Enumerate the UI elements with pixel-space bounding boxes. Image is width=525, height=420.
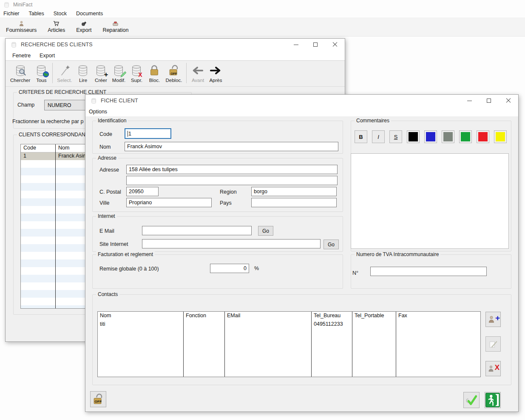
lock-icon: [148, 64, 161, 77]
menu-stock[interactable]: Stock: [54, 11, 67, 17]
bloc-button[interactable]: Bloc.: [145, 63, 163, 84]
toolbar-separator: [186, 63, 187, 83]
minimize-button[interactable]: [286, 39, 306, 51]
delete-contact-button[interactable]: X: [485, 361, 501, 376]
creer-button[interactable]: + Créer: [92, 63, 110, 84]
articles-button[interactable]: Articles: [45, 20, 68, 34]
menu-options[interactable]: Options: [89, 109, 107, 115]
app-db-icon: [3, 2, 10, 8]
champ-label: Champ: [17, 102, 34, 108]
add-contact-button[interactable]: +: [485, 312, 501, 327]
color-gray-button[interactable]: [442, 130, 454, 143]
adresse-group-title: Adresse: [96, 155, 118, 161]
maximize-button[interactable]: [306, 39, 325, 51]
email-go-button[interactable]: Go: [258, 226, 273, 236]
suppliers-person-icon: [18, 20, 25, 27]
tous-button[interactable]: Tous: [32, 63, 50, 84]
fiche-window-title: FICHE CLIENT: [101, 98, 138, 104]
recherche-titlebar[interactable]: RECHERCHE DES CLIENTS: [6, 39, 345, 51]
facturation-group-title: Facturation et reglement: [96, 251, 155, 257]
contact-row-fonction[interactable]: [184, 320, 225, 328]
commentaires-textarea[interactable]: [351, 153, 509, 249]
blue-swatch: [426, 132, 435, 141]
contacts-col-fax[interactable]: Fax: [396, 312, 480, 320]
edit-contact-button: [485, 336, 501, 352]
column-divider[interactable]: [55, 144, 56, 308]
code-postal-input[interactable]: 20950: [126, 187, 159, 196]
color-blue-button[interactable]: [424, 130, 437, 143]
results-group-title: CLIENTS CORRESPONDANT: [17, 132, 90, 138]
db-search-icon: [14, 64, 27, 77]
contacts-col-tel-portable[interactable]: Tel_Portable: [352, 312, 396, 320]
gray-swatch: [443, 132, 453, 141]
nom-input[interactable]: Franck Asimov: [125, 142, 338, 151]
site-internet-input[interactable]: [142, 239, 321, 248]
adresse-input[interactable]: 158 Allée des tulipes: [126, 165, 338, 174]
contacts-col-nom[interactable]: Nom: [98, 312, 184, 320]
contact-row-nom[interactable]: titi: [98, 320, 184, 328]
desktop: MiniFact Fichier Tables Stock Documents …: [0, 0, 525, 420]
supr-button[interactable]: X Supr.: [128, 63, 145, 84]
modif-button[interactable]: Modif.: [110, 63, 128, 84]
tva-group-title: Numero de TVA Intracommunautaire: [355, 251, 440, 257]
code-input[interactable]: 1: [125, 128, 171, 139]
contacts-col-tel-bureau[interactable]: Tel_Bureau: [312, 312, 352, 320]
maximize-button[interactable]: [479, 95, 499, 107]
contact-row-tel-bureau[interactable]: 0495112233: [312, 320, 352, 328]
contacts-col-email[interactable]: EMail: [225, 312, 312, 320]
export-icon: [81, 20, 87, 27]
lock-open-off-icon: OFF: [91, 392, 105, 406]
recherche-window-title: RECHERCHE DES CLIENTS: [21, 42, 93, 48]
contact-row-tel-portable[interactable]: [352, 320, 396, 328]
unlock-button[interactable]: OFF: [90, 391, 106, 407]
tva-input[interactable]: [370, 267, 487, 276]
color-yellow-button[interactable]: [494, 130, 507, 143]
menu-documents[interactable]: Documents: [76, 11, 103, 17]
remise-input[interactable]: 0: [210, 264, 249, 273]
client-code-cell: 1: [23, 153, 26, 159]
arrow-left-icon: [191, 64, 204, 77]
contacts-table[interactable]: Nom Fonction EMail Tel_Bureau Tel_Portab…: [97, 311, 481, 377]
close-button[interactable]: [325, 39, 345, 51]
fournisseurs-button[interactable]: Fournisseurs: [3, 20, 39, 34]
adresse-line2-input[interactable]: [126, 176, 338, 185]
fractionner-label: Fractionner la recherche par p: [12, 118, 83, 124]
column-header-code[interactable]: Code: [23, 145, 36, 151]
edit-page-icon: [487, 338, 499, 350]
menu-export-window[interactable]: Export: [40, 53, 55, 59]
column-header-nom[interactable]: Nom: [58, 145, 69, 151]
italic-button[interactable]: I: [372, 130, 385, 143]
validate-button[interactable]: [463, 392, 480, 408]
contact-row-fax[interactable]: [396, 320, 480, 328]
menu-fenetre[interactable]: Fenetre: [12, 53, 31, 59]
apres-button[interactable]: Après: [207, 63, 224, 84]
bold-button[interactable]: B: [355, 130, 367, 143]
color-green-button[interactable]: [459, 130, 472, 143]
region-input[interactable]: borgo: [251, 187, 337, 196]
pays-input[interactable]: [251, 198, 337, 207]
contact-row-email[interactable]: [225, 320, 312, 328]
app-menubar: Fichier Tables Stock Documents: [0, 9, 525, 18]
black-swatch: [409, 132, 418, 141]
close-button[interactable]: [499, 95, 518, 107]
underline-button[interactable]: S: [389, 130, 402, 143]
site-go-button[interactable]: Go: [324, 240, 339, 249]
yellow-swatch: [496, 132, 505, 141]
exit-button[interactable]: [485, 392, 501, 408]
color-red-button[interactable]: [477, 130, 489, 143]
color-black-button[interactable]: [407, 130, 420, 143]
menu-tables[interactable]: Tables: [29, 11, 44, 17]
email-input[interactable]: [142, 226, 252, 235]
contacts-col-fonction[interactable]: Fonction: [184, 312, 225, 320]
minimize-button[interactable]: [460, 95, 479, 107]
export-button[interactable]: Export: [74, 20, 94, 34]
debloc-button[interactable]: OFF Debloc.: [163, 63, 184, 84]
code-postal-label: C. Postal: [99, 189, 121, 195]
ville-input[interactable]: Propriano: [126, 198, 212, 207]
lire-button[interactable]: Lire: [74, 63, 92, 84]
menu-fichier[interactable]: Fichier: [3, 11, 20, 17]
reparation-button[interactable]: Reparation: [100, 20, 131, 34]
minimize-icon: [467, 101, 472, 101]
chercher-button[interactable]: Chercher: [8, 63, 32, 84]
fiche-titlebar[interactable]: FICHE CLIENT: [85, 95, 518, 107]
